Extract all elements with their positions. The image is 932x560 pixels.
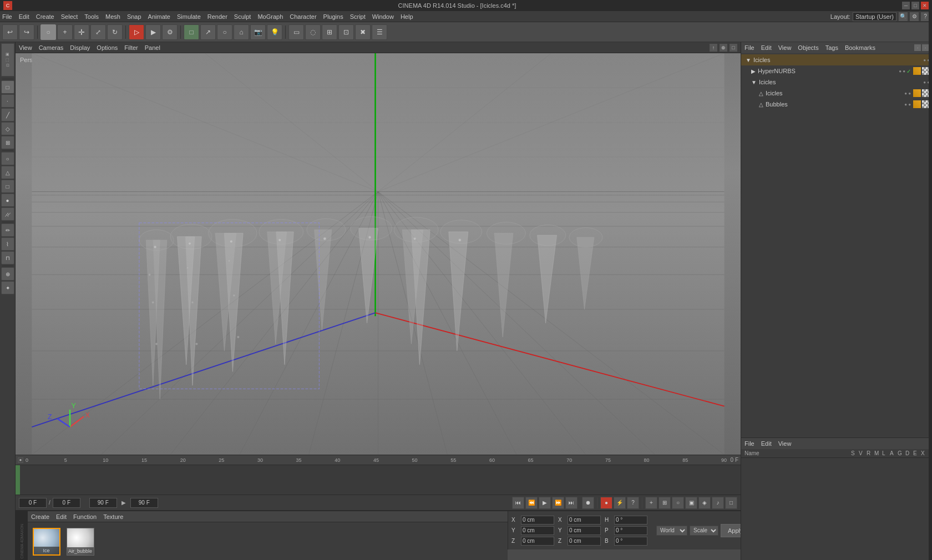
- bridge-btn[interactable]: ⊓: [1, 251, 14, 264]
- model-mode-btn[interactable]: □: [1, 80, 14, 94]
- snap-btn[interactable]: ⊡: [338, 24, 354, 40]
- keyframe-track[interactable]: [16, 465, 741, 495]
- deformer-btn[interactable]: ⌂: [234, 24, 249, 40]
- redo-btn[interactable]: ↪: [19, 24, 34, 40]
- obj-check-icon[interactable]: ✓: [906, 68, 911, 74]
- menu-sculpt[interactable]: Sculpt: [234, 13, 251, 20]
- b-rot-input[interactable]: [614, 537, 647, 546]
- preview-btn[interactable]: □: [725, 497, 737, 509]
- edges-mode-btn[interactable]: ╱: [1, 108, 14, 121]
- step-forward-btn[interactable]: ⏩: [552, 497, 564, 509]
- attr-menu-file[interactable]: File: [744, 440, 754, 447]
- viewport-menu-view[interactable]: View: [19, 44, 32, 51]
- object-row-icicles-mesh[interactable]: △ Icicles ● ●: [741, 88, 932, 99]
- cylinder-btn[interactable]: ⌭: [1, 207, 14, 221]
- h-rot-input[interactable]: [614, 516, 647, 525]
- viewport-3d[interactable]: Perspective: [16, 53, 741, 455]
- menu-script[interactable]: Script: [350, 13, 366, 20]
- y-pos-input[interactable]: [521, 526, 554, 535]
- polygon-mode-btn[interactable]: ◇: [1, 122, 14, 135]
- p-rot-input[interactable]: [614, 526, 647, 535]
- menu-select[interactable]: Select: [61, 13, 78, 20]
- attr-menu-edit[interactable]: Edit: [761, 440, 772, 447]
- minimize-btn[interactable]: ─: [902, 2, 910, 9]
- viewport-menu-panel[interactable]: Panel: [145, 44, 160, 51]
- z-size-input[interactable]: [568, 537, 601, 546]
- viewport-icon-3[interactable]: □: [730, 44, 737, 52]
- polygon-obj-btn[interactable]: △: [1, 166, 14, 179]
- menu-snap[interactable]: Snap: [127, 13, 141, 20]
- timeline-toggle[interactable]: ●: [18, 457, 23, 463]
- menu-animate[interactable]: Animate: [148, 13, 170, 20]
- goto-start-btn[interactable]: ⏮: [512, 497, 524, 509]
- menu-tools[interactable]: Tools: [84, 13, 99, 20]
- timeline-track[interactable]: [16, 465, 741, 495]
- search-icon[interactable]: 🔍: [899, 12, 908, 21]
- objects-menu-bookmarks[interactable]: Bookmarks: [845, 44, 875, 51]
- attr-menu-view[interactable]: View: [778, 440, 792, 447]
- menu-mesh[interactable]: Mesh: [105, 13, 120, 20]
- play-btn[interactable]: ▶: [539, 497, 551, 509]
- sphere-btn[interactable]: ●: [1, 194, 14, 207]
- goto-end-btn[interactable]: ⏭: [565, 497, 578, 509]
- viewport-icon-2[interactable]: ⊕: [720, 44, 727, 52]
- render-btn[interactable]: ▷: [129, 24, 144, 40]
- record-btn[interactable]: ⏺: [582, 497, 594, 509]
- object-btn[interactable]: □: [184, 24, 199, 40]
- undo-btn[interactable]: ↩: [2, 24, 18, 40]
- z-pos-input[interactable]: [521, 537, 554, 546]
- material-item-ice[interactable]: Ice: [31, 528, 62, 556]
- render-settings-btn[interactable]: ⚙: [162, 24, 178, 40]
- scale-tool-btn[interactable]: ⤢: [90, 24, 106, 40]
- pen-btn[interactable]: ✏: [1, 223, 14, 237]
- timeline-view-btn[interactable]: ⊞: [659, 497, 671, 509]
- objects-icon-2[interactable]: ·: [922, 44, 929, 51]
- sculpt-btn[interactable]: ✦: [1, 281, 14, 294]
- x-size-input[interactable]: [568, 516, 601, 525]
- settings-icon[interactable]: ⚙: [910, 12, 919, 21]
- layout-value[interactable]: Startup (User): [853, 12, 896, 21]
- coord-mode-dropdown[interactable]: Scale Size: [690, 526, 718, 536]
- menu-render[interactable]: Render: [207, 13, 227, 20]
- x-pos-input[interactable]: [521, 516, 554, 525]
- layer-btn[interactable]: ◈: [698, 497, 711, 509]
- points-mode-btn[interactable]: ·: [1, 94, 14, 108]
- frame-end-input[interactable]: [89, 498, 117, 508]
- menu-character[interactable]: Character: [290, 13, 316, 20]
- soft-select-btn[interactable]: ⊕: [1, 267, 14, 281]
- knife-btn[interactable]: ⌇: [1, 237, 14, 251]
- menu-plugins[interactable]: Plugins: [323, 13, 343, 20]
- add-keyframe-btn[interactable]: +: [645, 497, 657, 509]
- timeline-btn[interactable]: ☰: [372, 24, 387, 40]
- null-obj-btn[interactable]: ○: [1, 152, 14, 165]
- object-row-bubbles[interactable]: △ Bubbles ● ●: [741, 99, 932, 110]
- frame-current-input[interactable]: [53, 498, 80, 508]
- menu-file[interactable]: File: [2, 13, 12, 20]
- coord-system-dropdown[interactable]: World Object Parent: [656, 526, 687, 536]
- materials-menu-create[interactable]: Create: [31, 513, 49, 520]
- object-row-icicles-child[interactable]: ▼ Icicles ● ●: [741, 77, 932, 88]
- uv-mode-btn[interactable]: ⊞: [1, 136, 14, 149]
- floor-btn[interactable]: ▭: [288, 24, 304, 40]
- cube-btn[interactable]: □: [1, 180, 14, 193]
- object-row-icicles-root[interactable]: ▼ Icicles ● ●: [741, 54, 932, 65]
- curve-editor-btn[interactable]: ○: [672, 497, 684, 509]
- auto-key-btn[interactable]: ⚡: [614, 497, 626, 509]
- objects-menu-view[interactable]: View: [778, 44, 792, 51]
- title-controls[interactable]: ─ □ ✕: [902, 2, 929, 9]
- material-item-airbubble[interactable]: Air_bubble: [65, 528, 95, 556]
- spline-btn[interactable]: ↗: [200, 24, 216, 40]
- menu-simulate[interactable]: Simulate: [177, 13, 201, 20]
- rotate-tool-btn[interactable]: ↻: [107, 24, 123, 40]
- viewport-icon-1[interactable]: ↑: [710, 44, 717, 52]
- y-size-input[interactable]: [568, 526, 601, 535]
- ruler-track[interactable]: 0 5 10 15 20 25 30 35 40 45 50 55 60 65: [26, 455, 728, 465]
- keyframe-btn[interactable]: ●: [600, 497, 612, 509]
- viewport-menu-display[interactable]: Display: [70, 44, 90, 51]
- objects-icon-1[interactable]: ·: [914, 44, 921, 51]
- xpresso-btn[interactable]: ✖: [355, 24, 371, 40]
- materials-menu-function[interactable]: Function: [73, 513, 97, 520]
- objects-menu-tags[interactable]: Tags: [825, 44, 838, 51]
- camera-btn[interactable]: 📷: [250, 24, 266, 40]
- live-select-btn[interactable]: +: [57, 24, 73, 40]
